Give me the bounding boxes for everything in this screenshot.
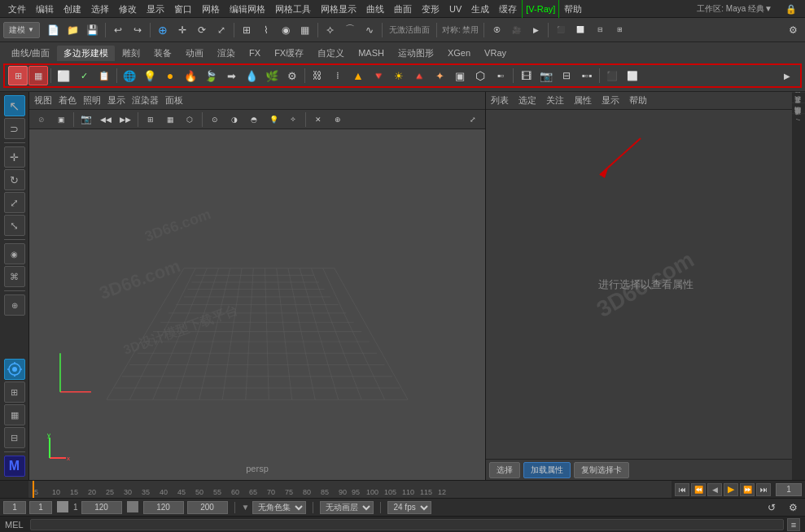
menu-display[interactable]: 显示 xyxy=(142,0,169,18)
menu-curves[interactable]: 曲线 xyxy=(361,0,389,18)
lasso-tool-btn[interactable]: ⊃ xyxy=(4,118,25,139)
vray-icon-film[interactable]: 🎞 xyxy=(516,66,536,85)
vert-tab-3[interactable]: 通道盒/层编辑器 xyxy=(792,113,805,125)
renderer-menu[interactable]: 渲染器 xyxy=(132,94,159,107)
vray-icon-extra2[interactable]: ⬜ xyxy=(623,66,642,85)
grid-btn-1[interactable]: ⊞ xyxy=(4,382,25,403)
load-attributes-button[interactable]: 加载属性 xyxy=(523,462,571,478)
select-tool-btn[interactable]: ↖ xyxy=(4,95,25,116)
vray-icon-grass[interactable]: 🌿 xyxy=(262,66,282,85)
curves-tool-3[interactable]: ∿ xyxy=(361,21,378,39)
script-editor-btn[interactable]: ≡ xyxy=(787,518,800,531)
menu-select[interactable]: 选择 xyxy=(86,0,114,18)
attr-selected-tab[interactable]: 选定 xyxy=(518,94,536,107)
vp-smooth[interactable]: ⬡ xyxy=(181,111,199,129)
timeline-scale[interactable]: 5 10 15 20 25 30 35 40 45 50 55 60 65 70… xyxy=(29,481,672,498)
render-settings[interactable]: 🎥 xyxy=(507,21,525,39)
frame-start-input[interactable] xyxy=(3,501,26,514)
vray-icon-grid1[interactable]: ⊞ xyxy=(8,66,28,85)
play-back-btn[interactable]: ◀ xyxy=(707,483,722,496)
scale-tool-btn[interactable]: ⤢ xyxy=(4,192,25,213)
attr-attributes-tab[interactable]: 属性 xyxy=(574,94,592,107)
menu-uv[interactable]: UV xyxy=(444,0,466,18)
snap-point[interactable]: ◉ xyxy=(277,21,295,39)
snap-curve[interactable]: ⌇ xyxy=(257,21,275,39)
vray-icon-water[interactable]: 💧 xyxy=(242,66,261,85)
panels-menu[interactable]: 面板 xyxy=(165,94,183,107)
soft-select-btn[interactable]: ◉ xyxy=(4,243,25,264)
grid-btn-3[interactable]: ⊟ xyxy=(4,427,25,448)
menu-vray[interactable]: [V-Ray] xyxy=(522,0,559,19)
menu-window[interactable]: 窗口 xyxy=(169,0,197,18)
anim-layer-select[interactable]: 无动画层 xyxy=(320,501,374,514)
char-set-select[interactable]: 无角色集 xyxy=(252,501,306,514)
menu-mesh[interactable]: 网格 xyxy=(197,0,225,18)
workspace-3[interactable]: ⊟ xyxy=(591,21,609,39)
new-file-button[interactable]: 📄 xyxy=(45,21,63,39)
mode-selector[interactable]: 建模▼ xyxy=(3,22,40,38)
vp-next[interactable]: ▶▶ xyxy=(116,111,134,129)
tab-fx[interactable]: FX xyxy=(243,46,267,59)
vp-shadow[interactable]: ◑ xyxy=(225,111,243,129)
playhead[interactable] xyxy=(33,481,34,498)
mel-input[interactable] xyxy=(30,519,784,530)
vray-icon-check[interactable]: ✓ xyxy=(74,66,94,85)
move-tool-btn[interactable]: ✛ xyxy=(4,146,25,168)
display-menu[interactable]: 显示 xyxy=(107,94,125,107)
tab-custom[interactable]: 自定义 xyxy=(311,46,351,61)
curves-tool-2[interactable]: ⌒ xyxy=(341,21,359,39)
attr-focus-tab[interactable]: 关注 xyxy=(546,94,564,107)
tab-sculpt[interactable]: 雕刻 xyxy=(116,46,147,61)
settings-icon[interactable]: ⚙ xyxy=(784,21,802,39)
menu-generate[interactable]: 生成 xyxy=(466,0,494,18)
menu-help[interactable]: 帮助 xyxy=(559,0,587,18)
vray-icon-funnel[interactable]: 🔻 xyxy=(369,66,388,85)
copy-tab-button[interactable]: 复制选择卡 xyxy=(574,462,629,478)
workspace-4[interactable]: ⊞ xyxy=(610,21,628,39)
vert-tab-2[interactable]: 工具设置 xyxy=(792,102,805,113)
current-frame-input[interactable] xyxy=(776,483,802,496)
vray-icon-sphere1[interactable]: ● xyxy=(160,66,180,85)
skip-to-end-btn[interactable]: ⏭ xyxy=(756,483,771,496)
select-button[interactable]: 选择 xyxy=(489,462,520,478)
vray-icon-mountain[interactable]: 🔺 xyxy=(409,66,429,85)
frame-current-input[interactable] xyxy=(29,501,52,514)
universal-tool-btn[interactable]: ⤡ xyxy=(4,215,25,236)
range-end-input[interactable] xyxy=(143,501,184,514)
vp-obj-sel[interactable]: ▣ xyxy=(52,111,70,129)
next-frame-btn[interactable]: ⏩ xyxy=(740,483,755,496)
tab-mash[interactable]: MASH xyxy=(352,46,391,59)
bc-settings-btn[interactable]: ⚙ xyxy=(784,499,802,517)
fps-select[interactable]: 24 fps xyxy=(387,501,431,514)
vray-icon-sphere-render[interactable]: 🌐 xyxy=(120,66,139,85)
view-menu[interactable]: 视图 xyxy=(34,94,52,107)
tab-rigging[interactable]: 装备 xyxy=(147,46,178,61)
tab-vray[interactable]: VRay xyxy=(478,46,513,59)
vp-grid[interactable]: ⊞ xyxy=(142,111,160,129)
vray-icon-extra1[interactable]: ⬛ xyxy=(602,66,622,85)
vray-icon-light1[interactable]: 💡 xyxy=(140,66,160,85)
vp-wireframe[interactable]: ▦ xyxy=(161,111,179,129)
menu-cache[interactable]: 缓存 xyxy=(494,0,522,18)
save-file-button[interactable]: 💾 xyxy=(84,21,102,39)
skip-to-start-btn[interactable]: ⏮ xyxy=(675,483,689,496)
lighting-menu[interactable]: 照明 xyxy=(83,94,101,107)
playblast-button[interactable]: ▶ xyxy=(527,21,545,39)
vp-isolate[interactable]: ⊙ xyxy=(206,111,224,129)
attr-display-tab[interactable]: 显示 xyxy=(602,94,619,107)
sculpt-btn[interactable]: ⌘ xyxy=(4,266,25,287)
menu-edit[interactable]: 编辑 xyxy=(31,0,59,18)
vray-icon-arrow[interactable]: ➡ xyxy=(221,66,241,85)
vray-icon-flame[interactable]: 🔥 xyxy=(181,66,200,85)
vray-icon-box2[interactable]: ▣ xyxy=(450,66,470,85)
vp-motion[interactable]: ⟡ xyxy=(284,111,302,129)
vray-icon-sun[interactable]: ☀ xyxy=(389,66,409,85)
vray-icon-doc[interactable]: 📋 xyxy=(94,66,114,85)
workspace-2[interactable]: ⬜ xyxy=(571,21,589,39)
vray-icon-camera[interactable]: 📷 xyxy=(536,66,556,85)
prev-frame-btn[interactable]: ⏪ xyxy=(691,483,706,496)
tab-fx-cache[interactable]: FX缓存 xyxy=(268,46,310,61)
tab-curves-surfaces[interactable]: 曲线/曲面 xyxy=(5,46,56,61)
vray-icon-sun2[interactable]: ✦ xyxy=(430,66,449,85)
history-toggle[interactable]: ⦿ xyxy=(488,21,505,39)
